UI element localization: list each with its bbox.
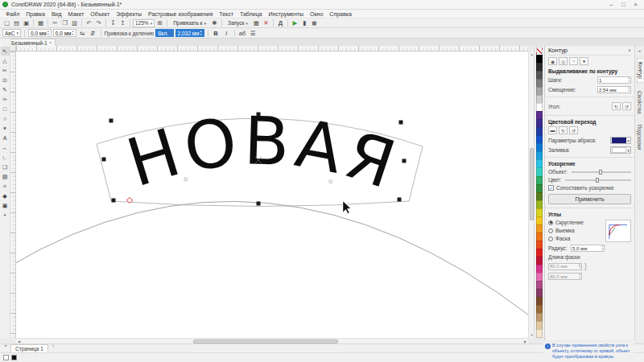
copy-icon[interactable]: ❐ — [60, 19, 69, 27]
connector-tool[interactable]: ∟ — [1, 153, 10, 162]
horizontal-offset-spinner[interactable]: 0,0 мм ▴▾ — [53, 29, 76, 37]
artistic-media-tool[interactable]: ✑ — [1, 95, 10, 104]
bold-button[interactable]: B — [212, 29, 221, 38]
menu-item-6[interactable]: Растровые изображения — [145, 11, 216, 17]
zoom-level-combo[interactable]: 125% ▾ — [133, 19, 155, 27]
close-button[interactable]: × — [630, 0, 642, 9]
tick-snapping-combo[interactable]: Вкл. ▾ — [155, 29, 173, 37]
apply-button[interactable]: Применить — [548, 194, 631, 204]
docker-tab-2[interactable]: Подсказки — [637, 121, 642, 153]
menu-item-2[interactable]: Вид — [48, 11, 65, 17]
docker-tab-0[interactable]: Контур — [637, 58, 643, 83]
minimize-button[interactable]: – — [605, 0, 617, 9]
export-icon[interactable]: ↥ — [118, 19, 127, 27]
new-document-icon[interactable]: ▢ — [2, 19, 11, 27]
slider-thumb[interactable] — [599, 170, 602, 175]
redo-icon[interactable]: ↷ — [94, 19, 103, 27]
record-icon[interactable]: ◼ — [310, 19, 319, 27]
menu-item-4[interactable]: Объект — [87, 11, 113, 17]
radius-spinner[interactable]: 5,0 мм ▴▾ — [571, 245, 605, 252]
object-acceleration-slider[interactable] — [572, 171, 631, 173]
dimension-tool[interactable]: ↔ — [1, 143, 10, 152]
contour-inside-icon[interactable]: ◎ — [559, 57, 568, 65]
distance-from-path-spinner[interactable]: 0,0 мм ▴▾ — [28, 29, 52, 37]
interactive-fill-tool[interactable]: ◆ — [1, 191, 10, 200]
tick-interval-spinner[interactable]: 2,032 мм ▴▾ — [175, 29, 204, 37]
rectangle-tool[interactable]: □ — [1, 105, 10, 113]
close-document-icon[interactable]: × — [49, 40, 52, 45]
handle-bottom-left[interactable] — [112, 199, 116, 203]
undo-icon[interactable]: ↶ — [85, 19, 93, 27]
text-properties-icon[interactable]: аб — [238, 29, 247, 38]
mirror-vertical-button[interactable]: ⇵ — [89, 29, 97, 38]
crop-tool[interactable]: ✂ — [1, 66, 10, 75]
page-tab[interactable]: Страница 1 — [10, 344, 48, 352]
page-nav-2[interactable]: › — [50, 341, 56, 348]
fullscreen-icon[interactable]: ⊞ — [155, 19, 164, 27]
menu-item-0[interactable]: Файл — [2, 11, 23, 17]
character-node[interactable] — [184, 178, 188, 181]
page-nav-0[interactable]: « — [2, 341, 9, 348]
artistic-text-object[interactable]: НОВАЯ — [118, 102, 408, 204]
italic-button[interactable]: I — [222, 29, 231, 38]
contour-outside-icon[interactable]: ○ — [569, 57, 578, 65]
angle-ccw-icon[interactable]: ↺ — [622, 102, 631, 110]
add-tool-icon[interactable]: + — [1, 211, 10, 220]
drawing-canvas[interactable]: НОВАЯ — [16, 51, 528, 338]
artistic-text[interactable]: НОВАЯ — [118, 102, 408, 204]
horizontal-ruler[interactable] — [16, 46, 528, 51]
alignment-dropdown-icon[interactable]: ☰ — [249, 29, 258, 38]
handle-top-middle[interactable] — [257, 113, 261, 117]
text-tool[interactable]: А — [1, 134, 10, 142]
play-macro-icon[interactable]: ▶ — [291, 19, 299, 27]
character-node[interactable] — [329, 180, 332, 183]
slider-thumb[interactable] — [596, 178, 599, 183]
options-icon[interactable]: ✱ — [210, 19, 219, 27]
counterclockwise-blend-icon[interactable]: ↺ — [569, 126, 578, 134]
outline-color-picker[interactable]: ▾ — [610, 137, 631, 144]
docker-tab-1[interactable]: Свойства — [637, 88, 642, 117]
offset-spinner[interactable]: 2,54 мм ▴▾ — [597, 86, 631, 93]
collapse-dockers-icon[interactable]: « — [638, 48, 641, 53]
menu-item-10[interactable]: Окно — [307, 11, 326, 17]
fill-color-well[interactable] — [3, 355, 9, 360]
fill-color-picker[interactable]: ▾ — [610, 146, 631, 154]
steps-spinner[interactable]: 1 ▴▾ — [597, 76, 631, 84]
zoom-tool[interactable]: ⊙ — [1, 76, 10, 84]
angle-cw-icon[interactable]: ↻ — [612, 102, 621, 110]
paste-icon[interactable]: ▥ — [70, 19, 79, 27]
cut-icon[interactable]: ✂ — [51, 19, 60, 27]
mirror-horizontal-button[interactable]: ⇋ — [78, 29, 87, 38]
print-icon[interactable]: ▦ — [36, 19, 45, 27]
chamfer-length-1-field[interactable]: 80,0 мм ▴▾ — [548, 263, 582, 270]
snap-to-dropdown[interactable]: Привязать к ▾ — [170, 19, 209, 27]
link-acceleration-checkbox[interactable]: ✓ — [548, 185, 554, 191]
menu-item-8[interactable]: Таблица — [237, 11, 265, 17]
handle-middle-left[interactable] — [102, 158, 106, 162]
import-icon[interactable]: ↧ — [109, 19, 118, 27]
linear-blend-icon[interactable]: ▬ — [548, 126, 557, 134]
horizontal-scrollbar[interactable]: ◀ ▶ — [16, 338, 528, 343]
menu-item-3[interactable]: Макет — [65, 11, 88, 17]
menu-item-9[interactable]: Инструменты — [265, 11, 307, 17]
pick-tool[interactable]: ↖ — [1, 47, 10, 56]
delete-icon[interactable]: ✕ — [262, 19, 270, 27]
freehand-tool[interactable]: ✎ — [1, 85, 10, 94]
link-lengths-icon[interactable]: } — [584, 262, 587, 270]
launch-dropdown[interactable]: Запуск ▾ — [225, 19, 251, 27]
handle-top-left[interactable] — [109, 119, 114, 123]
chamfer-length-2-field[interactable]: 80,0 мм ▴▾ — [548, 273, 582, 280]
eyedropper-tool[interactable]: ✧ — [1, 182, 10, 191]
clockwise-blend-icon[interactable]: ↻ — [559, 126, 568, 134]
handle-bottom-right[interactable] — [398, 198, 402, 202]
menu-item-1[interactable]: Правка — [23, 11, 48, 17]
show-grid-icon[interactable]: ▦ — [252, 19, 261, 27]
open-icon[interactable]: ▤ — [12, 19, 21, 27]
text-orientation-combo[interactable]: АвС ▾ — [2, 29, 21, 37]
outline-color-well[interactable] — [11, 355, 17, 360]
vertical-ruler[interactable] — [10, 51, 16, 338]
contour-none-icon[interactable]: ● — [580, 57, 588, 65]
menu-item-11[interactable]: Справка — [326, 11, 354, 17]
menu-item-5[interactable]: Эффекты — [113, 11, 145, 17]
color-swatch-f5e9d2[interactable] — [536, 329, 543, 338]
